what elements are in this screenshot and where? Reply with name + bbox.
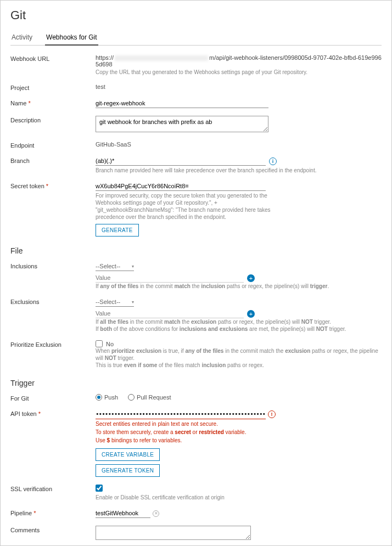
radio-push[interactable]: Push [96,394,118,401]
api-warn3: Use $ bindings to refer to variables. [96,437,382,444]
secret-label: Secret token [10,182,96,189]
inclusions-value-input[interactable] [96,273,244,283]
ssl-checkbox[interactable] [96,485,103,492]
endpoint-label: Endpoint [10,141,96,149]
prioritize-help2: This is true even if some of the files m… [96,362,382,369]
branch-input[interactable] [96,156,266,166]
radio-off-icon [128,394,135,401]
for-git-label: For Git [10,394,96,402]
inclusions-select[interactable]: --Select--▾ [96,262,134,271]
prioritize-help1: When prioritize exclusion is true, if an… [96,347,382,362]
generate-token-button[interactable]: GENERATE TOKEN [96,464,160,477]
secret-input[interactable] [96,182,266,191]
prioritize-option: No [106,341,114,347]
branch-label: Branch [10,156,96,164]
secret-help: For improved security, copy the secure t… [96,192,282,221]
api-warn1: Secret entities entered in plain text ar… [96,420,382,427]
radio-pull-request[interactable]: Pull Request [128,394,171,401]
exclusions-help2: If both of the above conditions for incl… [96,325,382,333]
chevron-down-icon: ▾ [132,300,134,305]
obscured-host [115,55,208,61]
ssl-label: SSL verification [10,485,96,492]
api-token-input[interactable] [96,409,266,419]
pipeline-label: Pipeline [10,509,96,516]
radio-on-icon [96,394,102,401]
inclusions-label: Inclusions [10,262,96,269]
pipeline-input[interactable] [96,509,150,518]
exclusions-value-input[interactable] [96,309,244,318]
project-value: test [96,83,382,90]
generate-secret-button[interactable]: GENERATE [96,224,139,237]
branch-help: Branch name provided here will take prec… [96,167,382,174]
webhook-url-label: Webhook URL [10,54,96,62]
tab-webhooks[interactable]: Webhooks for Git [45,30,98,46]
prioritize-label: Prioritize Exclusion [10,340,96,348]
plus-icon[interactable]: + [247,310,255,318]
plus-icon[interactable]: + [247,274,255,282]
name-label: Name [10,99,96,106]
trigger-section-title: Trigger [10,379,382,387]
info-icon[interactable]: i [269,157,277,165]
exclusions-label: Exclusions [10,297,96,305]
api-token-label: API token [10,409,96,417]
description-label: Description [10,116,96,123]
name-input[interactable] [96,99,268,108]
exclusions-select[interactable]: --Select--▾ [96,297,134,307]
webhook-url-help: Copy the URL that you generated to the W… [96,69,382,76]
chevron-down-icon: ▾ [132,264,134,269]
ssl-help: Enable or Disable SSL certificate verifi… [96,494,382,501]
project-label: Project [10,83,96,91]
webhook-url-value: https://m/api/git-webhook-listeners/0998… [96,54,382,67]
tab-bar: Activity Webhooks for Git [10,30,382,46]
file-section-title: File [10,246,382,255]
api-warn2: To store them securely, create a secret … [96,429,382,436]
comments-input[interactable] [96,526,251,540]
clear-icon[interactable]: ✕ [153,510,159,517]
comments-label: Comments [10,526,96,533]
description-input[interactable]: git webhook for branches with prefix as … [96,116,268,132]
exclusions-help1: If all the files in the commit match the… [96,318,382,325]
inclusions-help: If any of the files in the commit match … [96,283,382,290]
warning-icon: ! [268,410,276,418]
create-variable-button[interactable]: CREATE VARIABLE [96,448,160,461]
endpoint-value: GitHub-SaaS [96,141,382,148]
page-title: Git [10,8,382,22]
prioritize-checkbox[interactable] [96,340,103,347]
tab-activity[interactable]: Activity [10,30,33,44]
